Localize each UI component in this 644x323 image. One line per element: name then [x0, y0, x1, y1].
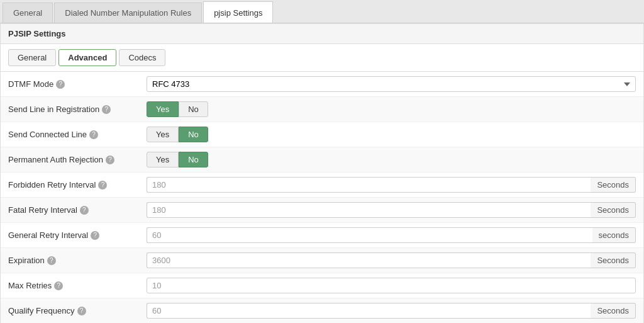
forbidden-retry-control: Seconds: [147, 177, 636, 193]
forbidden-retry-label: Forbidden Retry Interval ?: [8, 180, 147, 190]
tab-pjsip[interactable]: pjsip Settings: [203, 1, 273, 23]
qualify-freq-suffix: Seconds: [591, 303, 636, 319]
expiration-row: Expiration ? Seconds: [1, 248, 643, 273]
dtmf-mode-row: DTMF Mode ? RFC 4733 Info Inband Auto: [1, 72, 643, 97]
expiration-input-wrap: Seconds: [147, 252, 636, 268]
expiration-input[interactable]: [147, 252, 591, 268]
subtab-general[interactable]: General: [8, 49, 56, 66]
fatal-retry-input[interactable]: [147, 202, 591, 218]
qualify-freq-help-icon[interactable]: ?: [77, 307, 86, 315]
send-line-control: Yes No: [147, 101, 636, 117]
dtmf-mode-help-icon[interactable]: ?: [56, 80, 65, 89]
fatal-retry-row: Fatal Retry Interval ? Seconds: [1, 198, 643, 223]
tab-general[interactable]: General: [3, 3, 53, 23]
max-retries-control: [147, 278, 636, 293]
send-connected-control: Yes No: [147, 127, 636, 142]
fatal-retry-help-icon[interactable]: ?: [80, 206, 89, 215]
dtmf-mode-control: RFC 4733 Info Inband Auto: [147, 76, 636, 92]
dtmf-mode-select[interactable]: RFC 4733 Info Inband Auto: [147, 76, 636, 92]
fatal-retry-control: Seconds: [147, 202, 636, 218]
max-retries-row: Max Retries ?: [1, 273, 643, 298]
general-retry-help-icon[interactable]: ?: [91, 231, 99, 240]
max-retries-input[interactable]: [147, 278, 636, 293]
expiration-control: Seconds: [147, 252, 636, 268]
dtmf-mode-label: DTMF Mode ?: [8, 79, 147, 89]
qualify-freq-input-wrap: Seconds: [147, 303, 636, 319]
qualify-freq-row: Qualify Frequency ? Seconds: [1, 298, 643, 323]
general-retry-suffix: seconds: [592, 227, 636, 243]
permanent-auth-help-icon[interactable]: ?: [106, 156, 114, 164]
permanent-auth-label: Permanent Auth Rejection ?: [8, 155, 147, 164]
send-connected-yes[interactable]: Yes: [147, 127, 179, 142]
section-title: PJSIP Settings: [1, 24, 643, 44]
expiration-label: Expiration ?: [8, 256, 147, 265]
fatal-retry-label: Fatal Retry Interval ?: [8, 205, 147, 215]
send-connected-row: Send Connected Line ? Yes No: [1, 122, 643, 147]
general-retry-row: General Retry Interval ? seconds: [1, 223, 643, 248]
tab-dialed[interactable]: Dialed Number Manipulation Rules: [54, 3, 202, 23]
fatal-retry-input-wrap: Seconds: [147, 202, 636, 218]
forbidden-retry-input[interactable]: [147, 177, 591, 193]
permanent-auth-no[interactable]: No: [179, 152, 208, 167]
send-line-row: Send Line in Registration ? Yes No: [1, 97, 643, 122]
general-retry-label: General Retry Interval ?: [8, 230, 147, 240]
send-connected-toggle: Yes No: [147, 127, 208, 142]
fatal-retry-suffix: Seconds: [591, 202, 636, 218]
forbidden-retry-input-wrap: Seconds: [147, 177, 636, 193]
send-line-toggle: Yes No: [147, 101, 208, 117]
qualify-freq-label: Qualify Frequency ?: [8, 306, 147, 315]
send-line-help-icon[interactable]: ?: [102, 105, 111, 114]
expiration-help-icon[interactable]: ?: [47, 256, 56, 265]
qualify-freq-input[interactable]: [147, 303, 591, 319]
expiration-suffix: Seconds: [591, 252, 636, 268]
send-line-no[interactable]: No: [179, 101, 208, 117]
max-retries-label: Max Retries ?: [8, 281, 147, 290]
general-retry-control: seconds: [147, 227, 636, 243]
forbidden-retry-suffix: Seconds: [591, 177, 636, 193]
permanent-auth-row: Permanent Auth Rejection ? Yes No: [1, 147, 643, 173]
subtab-codecs[interactable]: Codecs: [119, 49, 165, 66]
send-connected-label: Send Connected Line ?: [8, 130, 147, 139]
send-connected-help-icon[interactable]: ?: [89, 130, 98, 139]
qualify-freq-control: Seconds: [147, 303, 636, 319]
send-line-yes[interactable]: Yes: [147, 101, 179, 117]
send-line-label: Send Line in Registration ?: [8, 105, 147, 114]
send-connected-no[interactable]: No: [179, 127, 208, 142]
general-retry-input[interactable]: [147, 227, 592, 243]
max-retries-help-icon[interactable]: ?: [54, 281, 63, 290]
sub-tab-bar: General Advanced Codecs: [1, 44, 643, 72]
general-retry-input-wrap: seconds: [147, 227, 636, 243]
permanent-auth-control: Yes No: [147, 152, 636, 167]
permanent-auth-toggle: Yes No: [147, 152, 208, 167]
permanent-auth-yes[interactable]: Yes: [147, 152, 179, 167]
subtab-advanced[interactable]: Advanced: [58, 49, 116, 66]
top-tab-bar: General Dialed Number Manipulation Rules…: [0, 0, 644, 23]
forbidden-retry-row: Forbidden Retry Interval ? Seconds: [1, 173, 643, 198]
pjsip-settings-page: PJSIP Settings General Advanced Codecs D…: [0, 23, 644, 323]
forbidden-retry-help-icon[interactable]: ?: [98, 181, 107, 190]
